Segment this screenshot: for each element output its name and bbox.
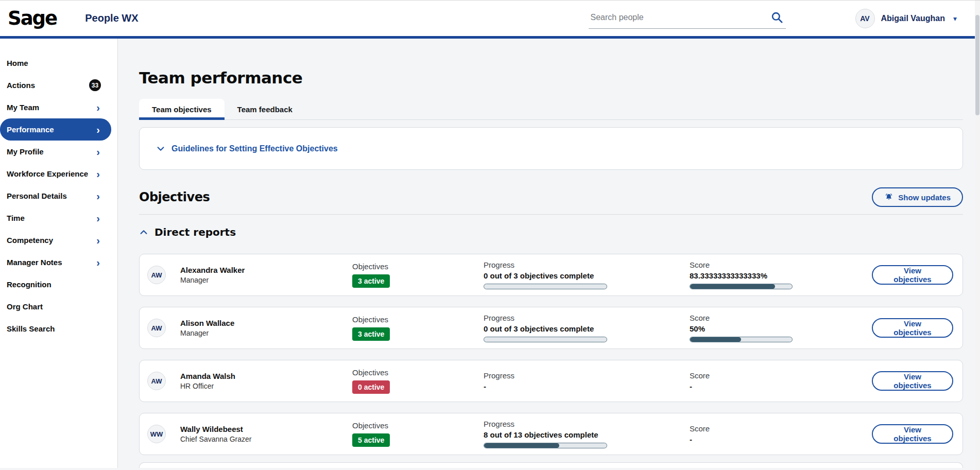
sidebar-item-performance[interactable]: Performance › — [0, 118, 111, 141]
sidebar-item-my-profile[interactable]: My Profile › — [0, 141, 111, 163]
user-avatar: AV — [855, 9, 875, 28]
progress-bar — [484, 284, 607, 289]
report-card: AW Alexandra Walker Manager Objectives 3… — [139, 254, 963, 296]
avatar: AW — [147, 266, 166, 284]
tab-team-feedback[interactable]: Team feedback — [225, 99, 305, 120]
progress-bar — [484, 337, 607, 342]
report-card: AW Amanda Walsh HR Officer Objectives 0 … — [139, 360, 963, 402]
app-title: People WX — [85, 12, 138, 24]
objectives-label: Objectives — [352, 368, 484, 377]
score-value: 50% — [690, 324, 872, 333]
user-name: Abigail Vaughan — [881, 14, 945, 23]
objectives-label: Objectives — [352, 262, 484, 271]
score-value: - — [690, 435, 872, 444]
view-objectives-button[interactable]: View objectives — [872, 371, 953, 391]
chevron-down-icon — [156, 144, 165, 153]
sidebar-item-my-team[interactable]: My Team › — [0, 96, 111, 118]
chevron-right-icon: › — [96, 191, 100, 201]
objectives-label: Objectives — [352, 315, 484, 324]
sidebar-item-home[interactable]: Home › — [0, 52, 111, 74]
person-name: Alison Wallace — [180, 319, 352, 327]
scrollbar-thumb[interactable] — [975, 15, 979, 115]
tab-team-objectives[interactable]: Team objectives — [139, 99, 225, 120]
score-bar — [690, 284, 793, 289]
page-title: Team performance — [139, 68, 963, 87]
view-objectives-button[interactable]: View objectives — [872, 424, 953, 444]
sidebar-item-skills-search[interactable]: Skills Search › — [0, 318, 111, 340]
main-content: Team performance Team objectives Team fe… — [118, 39, 980, 468]
chevron-down-icon: ▾ — [953, 14, 957, 23]
chevron-up-icon — [139, 228, 148, 237]
actions-count-badge: 33 — [89, 79, 101, 91]
progress-label: Progress — [484, 420, 690, 428]
score-label: Score — [690, 424, 872, 433]
person-name: Wally Wildebeest — [180, 425, 352, 433]
sidebar-nav: Home › Actions 33 › My Team › Performanc… — [0, 39, 118, 468]
report-card: AW Alison Wallace Manager Objectives 3 a… — [139, 307, 963, 349]
section-divider — [139, 214, 963, 215]
person-name: Amanda Walsh — [180, 372, 352, 380]
search-icon[interactable] — [770, 11, 784, 24]
user-menu[interactable]: AV Abigail Vaughan ▾ — [855, 9, 957, 28]
view-objectives-button[interactable]: View objectives — [872, 318, 953, 338]
objectives-label: Objectives — [352, 421, 484, 430]
score-value: 83.33333333333333% — [690, 271, 872, 280]
progress-value: 0 out of 3 objectives complete — [484, 324, 690, 333]
view-objectives-button[interactable]: View objectives — [872, 265, 953, 285]
score-bar — [690, 337, 793, 342]
sidebar-item-time[interactable]: Time › — [0, 207, 111, 229]
direct-reports-heading: Direct reports — [154, 226, 236, 238]
sidebar-item-personal-details[interactable]: Personal Details › — [0, 185, 111, 207]
chevron-right-icon: › — [96, 213, 100, 223]
sidebar-item-org-chart[interactable]: Org Chart › — [0, 295, 111, 318]
sidebar-item-recognition[interactable]: Recognition › — [0, 273, 111, 295]
people-search — [589, 8, 786, 29]
sage-logo: Sage — [8, 7, 57, 29]
chevron-right-icon: › — [96, 147, 100, 157]
guidelines-link: Guidelines for Setting Effective Objecti… — [171, 144, 338, 153]
person-role: Manager — [180, 276, 352, 284]
avatar: AW — [147, 372, 166, 390]
next-report-card-partial — [139, 462, 963, 468]
avatar: WW — [147, 425, 166, 443]
report-card: WW Wally Wildebeest Chief Savanna Grazer… — [139, 413, 963, 455]
sidebar-item-manager-notes[interactable]: Manager Notes › — [0, 251, 111, 273]
active-objectives-badge: 5 active — [352, 433, 390, 447]
objectives-heading: Objectives — [139, 190, 210, 204]
progress-label: Progress — [484, 314, 690, 322]
chevron-right-icon: › — [96, 169, 100, 179]
sidebar-item-competency[interactable]: Competency › — [0, 229, 111, 251]
person-role: Manager — [180, 329, 352, 337]
chevron-right-icon: › — [96, 102, 100, 113]
page-scrollbar — [975, 1, 980, 470]
active-objectives-badge: 3 active — [352, 327, 390, 341]
person-name: Alexandra Walker — [180, 266, 352, 274]
avatar: AW — [147, 319, 166, 337]
progress-bar — [484, 443, 607, 448]
chevron-right-icon: › — [96, 235, 100, 246]
sidebar-item-actions[interactable]: Actions 33 › — [0, 74, 111, 96]
person-role: Chief Savanna Grazer — [180, 435, 352, 443]
progress-value: 0 out of 3 objectives complete — [484, 271, 690, 280]
chevron-right-icon: › — [96, 257, 100, 268]
progress-value: 8 out of 13 objectives complete — [484, 430, 690, 439]
show-updates-button[interactable]: Show updates — [872, 187, 963, 207]
bell-icon — [884, 193, 893, 202]
active-objectives-badge: 0 active — [352, 380, 390, 394]
progress-label: Progress — [484, 260, 690, 269]
tab-bar: Team objectives Team feedback — [139, 98, 963, 120]
score-label: Score — [690, 314, 872, 322]
progress-label: Progress — [484, 371, 690, 380]
direct-reports-list: AW Alexandra Walker Manager Objectives 3… — [139, 254, 963, 455]
score-value: - — [690, 382, 872, 391]
guidelines-accordion[interactable]: Guidelines for Setting Effective Objecti… — [139, 127, 963, 170]
score-label: Score — [690, 371, 872, 380]
active-objectives-badge: 3 active — [352, 274, 390, 288]
direct-reports-toggle[interactable]: Direct reports — [139, 226, 963, 238]
person-role: HR Officer — [180, 382, 352, 390]
progress-value: - — [484, 382, 690, 391]
score-label: Score — [690, 260, 872, 269]
top-header: Sage People WX AV Abigail Vaughan ▾ — [0, 1, 980, 39]
sidebar-item-workforce-experience[interactable]: Workforce Experience › — [0, 163, 111, 185]
search-input[interactable] — [591, 13, 765, 22]
